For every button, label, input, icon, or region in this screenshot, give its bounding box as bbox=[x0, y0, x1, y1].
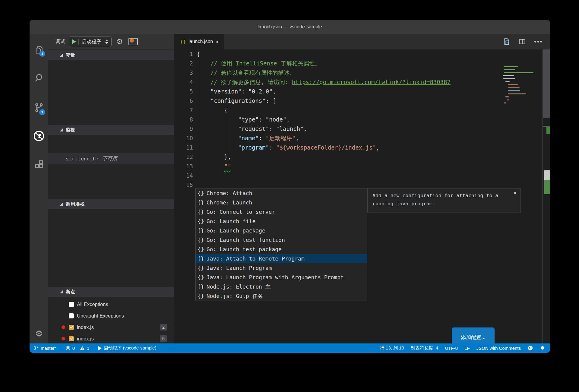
line-number: 3 bbox=[174, 68, 197, 77]
status-bar: master* 0 bbox=[30, 343, 550, 353]
section-title: 监视 bbox=[66, 127, 75, 133]
code-segment: "${workspaceFolder}/index.js" bbox=[276, 144, 376, 151]
sidebar-item-debug[interactable] bbox=[30, 127, 48, 145]
section-variables[interactable]: 变量 bbox=[48, 50, 174, 60]
chevron-expanded-icon bbox=[60, 54, 63, 57]
snippet-braces-icon: {} bbox=[198, 207, 204, 217]
suggest-widget: {}Chrome: Attach{}Chrome: Launch{}Go: Co… bbox=[195, 188, 367, 301]
add-configuration-button[interactable]: 添加配置... bbox=[452, 327, 495, 343]
more-actions-icon[interactable]: ••• bbox=[534, 38, 543, 46]
sidebar-item-search[interactable] bbox=[30, 69, 48, 87]
suggest-item[interactable]: {}Java: Attach to Remote Program bbox=[196, 254, 367, 263]
divider bbox=[78, 39, 79, 45]
breakpoint-row[interactable]: All Exceptions bbox=[48, 299, 174, 310]
indentation-status[interactable]: 制表符长度: 4 bbox=[411, 345, 438, 351]
breakpoint-checkbox[interactable] bbox=[69, 325, 74, 330]
code-line[interactable]: 8 "type": "node", bbox=[174, 115, 550, 124]
section-watch[interactable]: 监视 bbox=[48, 125, 174, 135]
section-call-stack[interactable]: 调用堆栈 bbox=[48, 199, 174, 209]
breakpoint-checkbox[interactable] bbox=[69, 313, 74, 318]
code-line[interactable]: 12 }, bbox=[174, 152, 550, 162]
suggest-item[interactable]: {}Go: Launch test function bbox=[196, 235, 367, 245]
suggest-item[interactable]: {}Go: Launch test package bbox=[196, 245, 367, 254]
debug-console-icon[interactable]: > bbox=[128, 38, 138, 45]
suggest-item[interactable]: {}Java: Launch Program with Arguments Pr… bbox=[196, 273, 367, 282]
breakpoint-checkbox[interactable] bbox=[69, 302, 74, 307]
code-line[interactable]: 2 // 使用 IntelliSense 了解相关属性。 bbox=[174, 59, 550, 68]
notifications-bell-icon[interactable] bbox=[540, 345, 545, 351]
problems-status[interactable]: 0 1 bbox=[65, 346, 90, 351]
code-line[interactable]: 14 bbox=[174, 171, 550, 180]
suggest-item[interactable]: {}Chrome: Attach bbox=[196, 188, 367, 198]
code-line[interactable]: 9 "request": "launch", bbox=[174, 124, 550, 134]
error-count: 0 bbox=[72, 346, 75, 351]
suggest-label: Go: Launch file bbox=[207, 217, 256, 226]
scrollbar-thumb[interactable] bbox=[543, 49, 550, 118]
code-segment: { bbox=[197, 51, 200, 57]
breakpoint-row[interactable]: index.js2 bbox=[48, 321, 174, 333]
activity-bar: 1 1 bbox=[30, 34, 48, 343]
section-breakpoints[interactable]: 断点 bbox=[48, 287, 174, 297]
code-editor[interactable]: 1{2 // 使用 IntelliSense 了解相关属性。3 // 悬停以查看… bbox=[174, 49, 550, 343]
code-line[interactable]: 3 // 悬停以查看现有属性的描述。 bbox=[174, 68, 550, 77]
breakpoint-label: All Exceptions bbox=[77, 302, 174, 307]
suggest-doc-text: Add a new configuration for attaching to… bbox=[368, 188, 520, 211]
code-segment: "name" bbox=[238, 135, 259, 141]
sidebar-item-extensions[interactable] bbox=[30, 155, 48, 174]
sidebar-item-source-control[interactable]: 1 bbox=[30, 98, 48, 117]
watch-expression-row[interactable]: str.length: 不可用 bbox=[48, 153, 174, 164]
tab-launch-json[interactable]: {} launch.json ● bbox=[174, 34, 224, 49]
section-title: 调用堆栈 bbox=[66, 201, 84, 207]
cursor-position[interactable]: 行 13, 列 10 bbox=[380, 345, 404, 351]
suggest-item[interactable]: {}Chrome: Launch bbox=[196, 198, 367, 207]
eol-status[interactable]: LF bbox=[464, 346, 470, 351]
breakpoint-row[interactable]: Uncaught Exceptions bbox=[48, 310, 174, 321]
launch-config-dropdown[interactable]: 启动程序 bbox=[69, 36, 112, 47]
suggest-item[interactable]: {}Node.js: Electron 主 bbox=[196, 282, 367, 291]
breakpoint-checkbox[interactable] bbox=[69, 336, 74, 341]
code-segment: // 悬停以查看现有属性的描述。 bbox=[197, 69, 295, 76]
run-status[interactable]: 启动程序 (vscode-sample) bbox=[98, 345, 156, 351]
suggest-label: Java: Launch Program with Arguments Prom… bbox=[207, 273, 344, 282]
code-line[interactable]: 5 "version": "0.2.0", bbox=[174, 87, 550, 96]
suggest-item[interactable]: {}Go: Launch package bbox=[196, 226, 367, 235]
suggest-label: Go: Launch package bbox=[207, 226, 265, 235]
tab-label: launch.json bbox=[188, 39, 213, 44]
suggest-item[interactable]: {}Node.js: Gulp 任务 bbox=[196, 291, 367, 301]
minimap[interactable] bbox=[501, 66, 542, 106]
snippet-braces-icon: {} bbox=[198, 282, 204, 291]
configure-gear-icon[interactable]: ⚙ bbox=[116, 37, 123, 46]
suggest-item[interactable]: {}Go: Launch file bbox=[196, 217, 367, 226]
manage-settings-button[interactable]: ⚙ bbox=[30, 324, 48, 343]
code-line[interactable]: 11 "program": "${workspaceFolder}/index.… bbox=[174, 143, 550, 152]
suggest-item[interactable]: {}Java: Launch Program bbox=[196, 263, 367, 273]
code-line[interactable]: 13 "" bbox=[174, 162, 550, 171]
code-line[interactable]: 7 { bbox=[174, 106, 550, 115]
line-number: 14 bbox=[174, 171, 197, 180]
close-icon[interactable]: × bbox=[513, 190, 517, 196]
language-mode[interactable]: JSON with Comments bbox=[476, 346, 521, 351]
sidebar-item-explorer[interactable]: 1 bbox=[30, 40, 48, 59]
section-title: 断点 bbox=[66, 289, 75, 295]
branch-status[interactable]: master* bbox=[34, 346, 56, 351]
code-segment: { bbox=[197, 107, 228, 113]
line-number: 15 bbox=[174, 180, 197, 190]
open-changes-icon[interactable] bbox=[503, 38, 511, 46]
code-segment bbox=[197, 135, 238, 141]
suggest-item[interactable]: {}Go: Connect to server bbox=[196, 207, 367, 217]
line-number: 2 bbox=[174, 59, 197, 68]
suggest-label: Go: Launch test package bbox=[207, 245, 282, 254]
breakpoint-row[interactable]: index.js5 bbox=[48, 333, 174, 344]
code-line[interactable]: 4 // 欲了解更多信息, 请访问: https://go.microsoft.… bbox=[174, 77, 550, 87]
breakpoint-dot-icon bbox=[62, 325, 65, 329]
split-editor-icon[interactable] bbox=[518, 38, 526, 46]
code-line[interactable]: 10 "name": "启动程序", bbox=[174, 134, 550, 143]
snippet-braces-icon: {} bbox=[198, 235, 204, 245]
code-line[interactable]: 6 "configurations": [ bbox=[174, 96, 550, 106]
feedback-smiley-icon[interactable] bbox=[527, 345, 533, 351]
encoding-status[interactable]: UTF-8 bbox=[445, 346, 458, 351]
start-debug-icon[interactable] bbox=[72, 39, 76, 44]
editor-scrollbar[interactable] bbox=[542, 49, 550, 343]
line-number: 8 bbox=[174, 115, 197, 124]
code-line[interactable]: 1{ bbox=[174, 49, 550, 59]
